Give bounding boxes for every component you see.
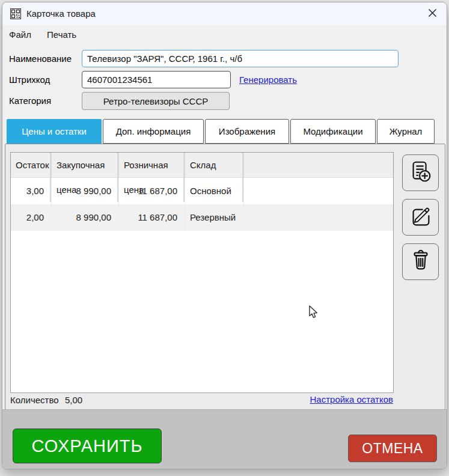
edit-record-button[interactable] — [402, 199, 439, 236]
menu-item-file[interactable]: Файл — [9, 26, 31, 43]
cell-warehouse: Резервный — [185, 204, 244, 231]
cell-purchase-price: 8 990,00 — [52, 178, 119, 204]
barcode-input[interactable] — [82, 71, 231, 88]
cell-retail-price: 11 687,00 — [119, 178, 185, 204]
generate-barcode-link[interactable]: Генерировать — [239, 71, 297, 88]
cell-empty — [244, 178, 393, 204]
product-card-window: Карточка товара Файл Печать Наименование… — [2, 2, 447, 469]
quantity-value: 5,00 — [65, 395, 82, 405]
menu-item-print[interactable]: Печать — [47, 26, 76, 43]
name-input[interactable] — [82, 50, 399, 67]
close-icon — [428, 8, 437, 19]
tab-images[interactable]: Изображения — [205, 119, 289, 144]
delete-record-button[interactable] — [402, 243, 439, 280]
cell-purchase-price: 8 990,00 — [52, 204, 119, 231]
table-header-row: Остаток Закупочная цена Розничная цена С… — [11, 153, 393, 178]
tab-journal[interactable]: Журнал — [377, 119, 435, 144]
stock-table: Остаток Закупочная цена Розничная цена С… — [10, 152, 394, 393]
close-button[interactable] — [421, 4, 443, 23]
trash-icon — [408, 248, 433, 275]
edit-pencil-icon — [408, 204, 433, 231]
title-bar[interactable]: Карточка товара — [2, 2, 447, 25]
cell-empty — [244, 204, 393, 231]
add-record-button[interactable] — [402, 154, 439, 191]
category-button[interactable]: Ретро-телевизоры СССР — [82, 92, 230, 110]
save-button[interactable]: СОХРАНИТЬ — [13, 429, 162, 463]
cell-stock: 3,00 — [11, 178, 52, 204]
barcode-app-icon — [10, 8, 21, 19]
add-record-icon — [408, 159, 433, 186]
cell-warehouse: Основной — [185, 178, 244, 204]
tab-modifications[interactable]: Модификации — [290, 119, 376, 144]
name-label: Наименование — [9, 50, 72, 67]
category-label: Категория — [9, 92, 51, 110]
cancel-button[interactable]: ОТМЕНА — [348, 435, 437, 462]
cell-retail-price: 11 687,00 — [119, 204, 185, 231]
table-row[interactable]: 2,00 8 990,00 11 687,00 Резервный — [11, 204, 393, 231]
quantity-label: Количество — [10, 395, 59, 405]
table-row[interactable]: 3,00 8 990,00 11 687,00 Основной — [11, 178, 393, 204]
stock-settings-link[interactable]: Настройка остатков — [310, 394, 393, 404]
barcode-label: Штрихкод — [9, 71, 50, 88]
tab-prices-and-stock[interactable]: Цены и остатки — [7, 119, 102, 144]
cell-stock: 2,00 — [11, 204, 52, 231]
window-title: Карточка товара — [26, 2, 96, 25]
tab-additional-info[interactable]: Доп. информация — [103, 119, 204, 144]
